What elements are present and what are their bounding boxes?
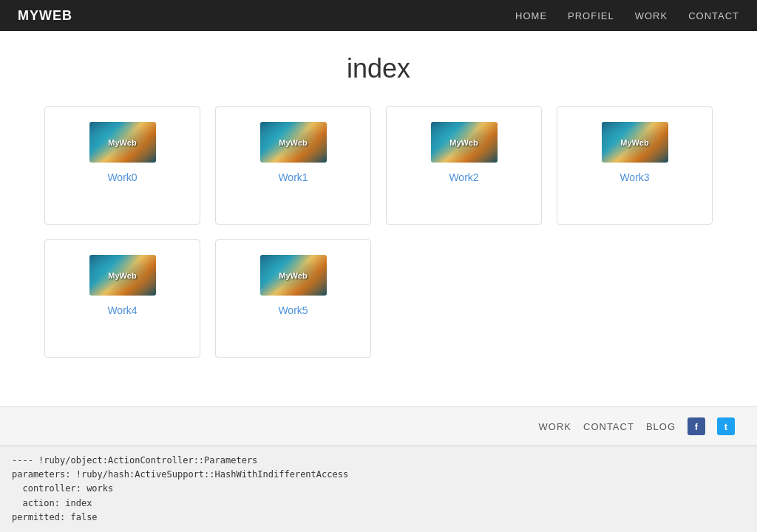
footer-link-work[interactable]: WORK xyxy=(539,421,571,432)
navbar: MYWEB HOME PROFIEL WORK CONTACT xyxy=(0,0,757,31)
thumb-label-2: MyWeb xyxy=(449,138,478,147)
footer-link-blog[interactable]: BLOG xyxy=(646,421,676,432)
works-grid-row2: MyWeb Work4 MyWeb Work5 xyxy=(44,239,713,358)
work-card-3[interactable]: MyWeb Work3 xyxy=(557,106,713,225)
work-thumbnail-0: MyWeb xyxy=(89,122,156,163)
thumb-canvas-5: MyWeb xyxy=(260,255,327,296)
thumb-label-1: MyWeb xyxy=(279,138,307,147)
work-card-1[interactable]: MyWeb Work1 xyxy=(215,106,371,225)
work-card-0[interactable]: MyWeb Work0 xyxy=(44,106,200,225)
nav-brand[interactable]: MYWEB xyxy=(18,8,72,24)
work-link-3[interactable]: Work3 xyxy=(619,171,649,183)
thumb-label-4: MyWeb xyxy=(108,271,136,280)
work-link-0[interactable]: Work0 xyxy=(107,171,137,183)
works-grid-row1: MyWeb Work0 MyWeb Work1 MyWeb Work2 xyxy=(44,106,713,225)
thumb-label-0: MyWeb xyxy=(108,138,136,147)
debug-panel: ---- !ruby/object:ActionController::Para… xyxy=(0,446,757,532)
nav-link-profiel[interactable]: PROFIEL xyxy=(568,10,614,21)
thumb-canvas-0: MyWeb xyxy=(89,122,156,163)
footer-link-contact[interactable]: CONTACT xyxy=(583,421,634,432)
work-link-4[interactable]: Work4 xyxy=(107,304,137,316)
nav-links: HOME PROFIEL WORK CONTACT xyxy=(515,10,739,21)
thumb-label-5: MyWeb xyxy=(279,271,307,280)
thumb-label-3: MyWeb xyxy=(620,138,648,147)
nav-link-home[interactable]: HOME xyxy=(515,10,547,21)
work-thumbnail-2: MyWeb xyxy=(431,122,498,163)
nav-link-work[interactable]: WORK xyxy=(635,10,668,21)
thumb-canvas-4: MyWeb xyxy=(89,255,156,296)
work-thumbnail-4: MyWeb xyxy=(89,255,156,296)
debug-text: ---- !ruby/object:ActionController::Para… xyxy=(12,454,745,525)
thumb-canvas-1: MyWeb xyxy=(260,122,327,163)
footer: WORK CONTACT BLOG f t xyxy=(0,406,757,446)
nav-link-contact[interactable]: CONTACT xyxy=(688,10,739,21)
footer-twitter-button[interactable]: t xyxy=(717,417,735,435)
work-thumbnail-1: MyWeb xyxy=(260,122,327,163)
work-thumbnail-3: MyWeb xyxy=(602,122,668,163)
thumb-canvas-2: MyWeb xyxy=(431,122,498,163)
work-link-2[interactable]: Work2 xyxy=(449,171,478,183)
work-link-1[interactable]: Work1 xyxy=(278,171,308,183)
work-card-empty-1 xyxy=(386,239,542,358)
footer-facebook-button[interactable]: f xyxy=(688,417,705,435)
work-card-5[interactable]: MyWeb Work5 xyxy=(215,239,371,358)
work-card-empty-2 xyxy=(557,239,713,358)
work-card-4[interactable]: MyWeb Work4 xyxy=(44,239,200,358)
thumb-canvas-3: MyWeb xyxy=(602,122,668,163)
work-card-2[interactable]: MyWeb Work2 xyxy=(386,106,542,225)
work-thumbnail-5: MyWeb xyxy=(260,255,327,296)
work-link-5[interactable]: Work5 xyxy=(278,304,308,316)
main-content: index MyWeb Work0 MyWeb Work1 MyWeb xyxy=(0,31,757,406)
page-title: index xyxy=(44,53,713,84)
